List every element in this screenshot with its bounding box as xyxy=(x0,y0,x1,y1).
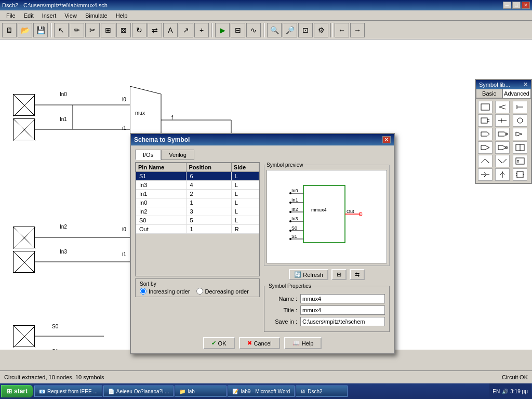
pin-name: In1 xyxy=(136,190,187,198)
menu-view[interactable]: View xyxy=(60,11,81,20)
taskbar-item-3[interactable]: 📝 lab9 - Microsoft Word xyxy=(228,385,295,397)
tb-wire[interactable]: ✏ xyxy=(70,23,84,37)
sort-by-group: Sort by Increasing order Decreasing orde… xyxy=(135,278,260,297)
pin-table-scroll[interactable]: Pin Name Position Side S1 6 L xyxy=(135,162,260,276)
menu-help[interactable]: Help xyxy=(112,11,132,20)
sym-cell-14[interactable] xyxy=(495,155,510,167)
refresh-button[interactable]: 🔄 Refresh xyxy=(289,269,328,280)
sym-cell-18[interactable] xyxy=(513,168,527,181)
table-row[interactable]: S0 5 L xyxy=(136,216,259,225)
tb-fit[interactable]: ⊡ xyxy=(298,23,313,37)
pin-name: S1 xyxy=(136,172,187,181)
taskbar-item-2[interactable]: 📁 lab xyxy=(175,385,227,397)
tb-wave[interactable]: ∿ xyxy=(246,23,261,37)
tb-sim[interactable]: ⊟ xyxy=(231,23,245,37)
sym-lib-close[interactable]: ✕ xyxy=(523,81,528,88)
minimize-button[interactable]: ─ xyxy=(503,2,511,9)
taskbar-item-0[interactable]: 📧 Request from IEEE ... xyxy=(34,385,102,397)
table-row[interactable]: In0 1 L xyxy=(136,198,259,207)
tb-prop[interactable]: ⚙ xyxy=(314,23,328,37)
pin-pos: 4 xyxy=(187,181,231,190)
decreasing-radio[interactable] xyxy=(196,288,203,295)
increasing-order-option[interactable]: Increasing order xyxy=(140,288,190,295)
svg-text:In3: In3 xyxy=(291,216,298,221)
sym-cell-2[interactable] xyxy=(495,101,510,113)
sym-cell-9[interactable] xyxy=(513,128,527,140)
tab-ios[interactable]: I/Os xyxy=(135,150,161,160)
tb-move[interactable]: ⊠ xyxy=(116,23,131,37)
dialog-buttons: ✔ OK ✖ Cancel 📖 Help xyxy=(135,337,390,349)
tb-label[interactable]: ↗ xyxy=(179,23,193,37)
table-row[interactable]: S1 6 L xyxy=(136,172,259,181)
cancel-button[interactable]: ✖ Cancel xyxy=(239,337,280,349)
svg-marker-43 xyxy=(481,145,489,150)
tb-run[interactable]: ▶ xyxy=(215,23,230,37)
sym-cell-17[interactable] xyxy=(495,168,510,181)
pin-pos: 5 xyxy=(187,216,231,225)
table-row[interactable]: Out 1 R xyxy=(136,225,259,234)
taskbar-item-4[interactable]: 🖥 Dsch2 xyxy=(296,385,348,397)
tab-basic[interactable]: Basic xyxy=(476,89,502,98)
sort-label: Sort by xyxy=(140,281,255,287)
tb-select[interactable]: ↖ xyxy=(54,23,69,37)
menu-simulate[interactable]: Simulate xyxy=(81,11,112,20)
help-button[interactable]: 📖 Help xyxy=(284,337,322,349)
sym-cell-6[interactable] xyxy=(513,114,527,127)
menu-edit[interactable]: Edit xyxy=(20,11,38,20)
sym-cell-15[interactable]: ff xyxy=(513,155,527,167)
tb-rotate[interactable]: ↻ xyxy=(132,23,147,37)
svg-line-50 xyxy=(498,159,502,163)
name-input[interactable] xyxy=(300,294,385,303)
tb-open[interactable]: 📂 xyxy=(18,23,32,37)
symbol-preview-box: In0 In1 In2 In3 S0 S1 xyxy=(267,170,387,263)
close-button[interactable]: ✕ xyxy=(522,2,530,9)
sym-cell-4[interactable] xyxy=(478,114,493,127)
svg-line-59 xyxy=(502,172,504,175)
tb-copy[interactable]: ⊞ xyxy=(101,23,115,37)
sym-cell-1[interactable] xyxy=(478,101,493,113)
savein-input[interactable] xyxy=(300,317,385,326)
tab-advanced[interactable]: Advanced xyxy=(502,89,531,98)
svg-point-82 xyxy=(289,202,291,204)
sort-options: Increasing order Decreasing order xyxy=(140,288,255,295)
sym-arrow-btn[interactable]: ⇆ xyxy=(350,269,365,280)
sym-cell-13[interactable] xyxy=(478,155,493,167)
cancel-icon: ✖ xyxy=(247,340,252,347)
sym-cell-8[interactable] xyxy=(495,128,510,140)
tb-text[interactable]: A xyxy=(163,23,178,37)
decreasing-order-option[interactable]: Decreasing order xyxy=(196,288,249,295)
svg-rect-32 xyxy=(481,118,487,123)
title-input[interactable] xyxy=(300,305,385,315)
menu-insert[interactable]: Insert xyxy=(38,11,61,20)
tb-right[interactable]: → xyxy=(350,23,365,37)
tb-zoomout[interactable]: 🔎 xyxy=(283,23,297,37)
taskbar-item-1[interactable]: 📄 Aeieeu Oo?ianaoa?i ... xyxy=(103,385,174,397)
tb-junction[interactable]: + xyxy=(194,23,209,37)
sym-cell-16[interactable] xyxy=(478,168,493,181)
sym-icon-btn[interactable]: ⊞ xyxy=(331,269,347,280)
table-row[interactable]: In1 2 L xyxy=(136,190,259,198)
sym-cell-11[interactable] xyxy=(495,141,510,154)
maximize-button[interactable]: □ xyxy=(512,2,521,9)
tb-flip[interactable]: ⇄ xyxy=(148,23,162,37)
ok-label: OK xyxy=(218,340,227,347)
dialog-close-button[interactable]: ✕ xyxy=(382,136,391,143)
table-row[interactable]: In2 3 L xyxy=(136,207,259,216)
sym-cell-5[interactable] xyxy=(495,114,510,127)
sym-cell-3[interactable] xyxy=(513,101,527,113)
table-row[interactable]: In3 4 L xyxy=(136,181,259,190)
tb-new[interactable]: 🖥 xyxy=(2,23,17,37)
tb-left[interactable]: ← xyxy=(335,23,349,37)
menu-file[interactable]: File xyxy=(2,11,20,20)
sym-cell-12[interactable] xyxy=(513,141,527,154)
ok-button[interactable]: ✔ OK xyxy=(203,337,235,349)
tb-zoomin[interactable]: 🔍 xyxy=(267,23,282,37)
increasing-radio[interactable] xyxy=(140,288,147,295)
tb-sep3 xyxy=(263,23,265,37)
tb-delete[interactable]: ✂ xyxy=(85,23,100,37)
sym-cell-10[interactable] xyxy=(478,141,493,154)
sym-cell-7[interactable] xyxy=(478,128,493,140)
tab-verilog[interactable]: Verilog xyxy=(161,150,194,160)
tb-save[interactable]: 💾 xyxy=(33,23,48,37)
start-button[interactable]: ⊞ start xyxy=(1,385,33,397)
